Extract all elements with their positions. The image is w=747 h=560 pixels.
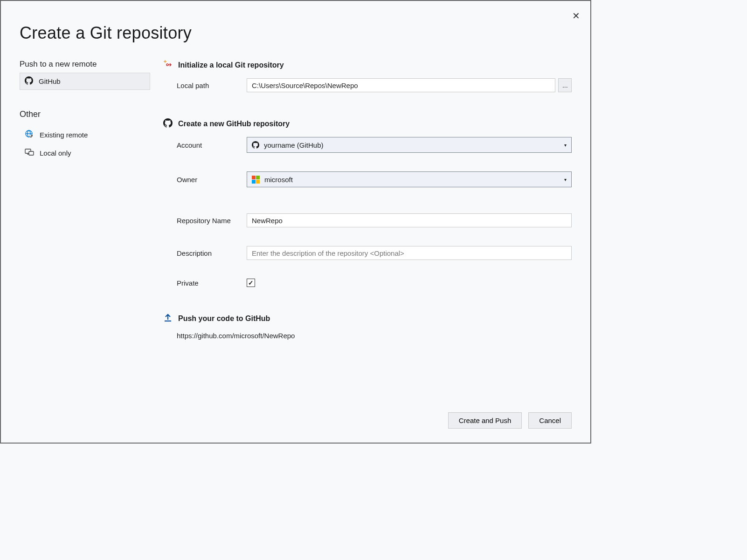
section-heading: Create a new GitHub repository (178, 120, 290, 128)
sidebar: Push to a new remote GitHub Other Existi… (20, 60, 150, 340)
microsoft-logo-icon (252, 176, 260, 184)
description-input[interactable] (247, 246, 572, 260)
owner-dropdown[interactable]: microsoft ▾ (247, 171, 572, 187)
description-label: Description (177, 249, 247, 257)
sidebar-item-label: GitHub (39, 77, 61, 85)
sidebar-item-label: Existing remote (40, 131, 88, 139)
create-and-push-button[interactable]: Create and Push (448, 412, 522, 429)
account-value: yourname (GitHub) (264, 141, 324, 149)
globe-link-icon (25, 130, 34, 140)
svg-rect-5 (29, 151, 34, 155)
sidebar-item-existing-remote[interactable]: Existing remote (20, 126, 150, 144)
upload-arrow-icon (163, 313, 173, 324)
owner-label: Owner (177, 176, 247, 184)
row-account: Account yourname (GitHub) ▾ (177, 137, 572, 153)
section-github: Create a new GitHub repository (163, 118, 572, 130)
account-dropdown[interactable]: yourname (GitHub) ▾ (247, 137, 572, 153)
repo-name-input[interactable] (247, 213, 572, 227)
push-url: https://github.com/microsoft/NewRepo (177, 332, 572, 340)
local-path-input[interactable] (247, 78, 555, 92)
sidebar-item-local-only[interactable]: Local only (20, 144, 150, 162)
svg-point-7 (166, 64, 168, 66)
caret-down-icon: ▾ (564, 177, 567, 182)
browse-button[interactable]: ... (558, 78, 572, 92)
repo-name-label: Repository Name (177, 217, 247, 225)
local-path-label: Local path (177, 82, 247, 89)
section-push: Push your code to GitHub (163, 313, 572, 324)
row-local-path: Local path ... (177, 78, 572, 92)
private-label: Private (177, 279, 247, 287)
page-title: Create a Git repository (1, 1, 590, 43)
row-private: Private ✓ (177, 279, 572, 287)
cancel-button[interactable]: Cancel (528, 412, 572, 429)
close-icon[interactable]: ✕ (572, 10, 580, 21)
github-icon (252, 141, 259, 149)
row-description: Description (177, 246, 572, 260)
sparkle-branch-icon (163, 60, 173, 71)
main-panel: Initialize a local Git repository Local … (150, 60, 572, 340)
content: Push to a new remote GitHub Other Existi… (1, 43, 590, 340)
footer: Create and Push Cancel (448, 412, 572, 429)
sidebar-push-label: Push to a new remote (20, 60, 150, 69)
owner-value: microsoft (264, 176, 293, 184)
row-owner: Owner microsoft ▾ (177, 171, 572, 187)
sidebar-item-github[interactable]: GitHub (20, 73, 150, 90)
private-checkbox[interactable]: ✓ (247, 279, 255, 287)
github-icon (25, 76, 33, 86)
github-icon (163, 118, 173, 130)
sidebar-other-label: Other (20, 109, 150, 119)
caret-down-icon: ▾ (564, 143, 567, 148)
section-heading: Push your code to GitHub (178, 314, 270, 323)
row-repo-name: Repository Name (177, 213, 572, 227)
account-label: Account (177, 141, 247, 149)
local-computer-icon (25, 148, 34, 158)
section-heading: Initialize a local Git repository (178, 61, 284, 69)
section-initialize: Initialize a local Git repository (163, 60, 572, 71)
sidebar-item-label: Local only (40, 149, 71, 157)
